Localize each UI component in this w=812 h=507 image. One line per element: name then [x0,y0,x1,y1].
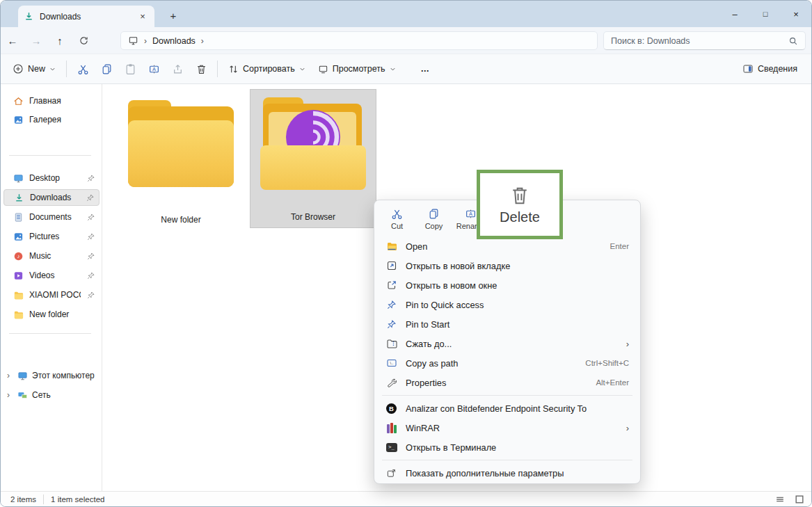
refresh-icon[interactable] [72,35,95,46]
sidebar-item-downloads[interactable]: Downloads [3,189,99,206]
sidebar-item-desktop[interactable]: Desktop [3,170,99,186]
menu-item-show-more-options[interactable]: Показать дополнительные параметры [378,463,637,483]
breadcrumb[interactable]: › Downloads › [120,31,598,50]
copy-path-icon: \.. [385,357,397,369]
pin-icon [86,213,95,222]
menu-item-pin-to-quick-access[interactable]: Pin to Quick access [378,295,637,314]
new-tab-button[interactable]: + [165,8,182,24]
menu-item-label: Properties [406,378,587,388]
sidebar-item-xiaomi-poco[interactable]: XIAOMI POCO F [3,287,99,303]
menu-item-bitdefender-scan[interactable]: B Analizar con Bitdefender Endpoint Secu… [378,399,637,418]
file-explorer-window: Downloads × + – □ × ← → ↑ › Downloads › [0,0,812,507]
menu-item-properties[interactable]: Properties Alt+Enter [378,373,637,392]
music-icon: ♪ [13,251,24,261]
rename-icon[interactable]: A [142,58,166,80]
forward-button[interactable]: → [24,35,48,47]
sidebar-item-label: Downloads [30,193,80,202]
command-toolbar: New A Сортировать [1,54,811,84]
trash-icon [509,184,530,207]
tab-title: Downloads [40,12,131,22]
search-box[interactable] [603,31,806,50]
new-button-label: New [28,64,45,74]
chevron-right-icon[interactable]: › [3,371,13,380]
menu-item-open-in-terminal[interactable]: >_ Открыть в Терминале [378,437,637,457]
share-icon[interactable] [166,58,189,80]
sidebar-item-home[interactable]: Главная [3,92,99,109]
paste-icon[interactable] [118,58,142,80]
delete-annotation-label: Delete [500,209,540,225]
menu-item-shortcut: Enter [610,242,630,250]
sidebar-item-label: Desktop [29,173,81,183]
sidebar-item-documents[interactable]: Documents [3,209,99,225]
details-view-toggle-icon[interactable] [775,494,785,504]
sidebar-item-label: Главная [29,96,95,106]
menu-item-open-in-new-window[interactable]: Открыть в новом окне [378,275,637,295]
menu-item-label: Analizar con Bitdefender Endpoint Securi… [406,403,621,414]
breadcrumb-separator: › [201,36,204,46]
menu-item-shortcut: Alt+Enter [596,378,629,387]
delete-annotation-box[interactable]: Delete [477,170,563,239]
copy-icon[interactable] [95,58,118,80]
pin-icon [385,319,397,330]
address-bar: ← → ↑ › Downloads › [1,27,811,54]
close-button[interactable]: × [781,1,811,27]
terminal-icon: >_ [385,442,397,453]
details-pane-button[interactable]: Сведения [737,58,803,80]
videos-icon [13,271,24,281]
sidebar-item-new-folder[interactable]: New folder [3,306,99,323]
menu-item-open[interactable]: Open Enter [378,236,637,256]
file-tile-tor-browser[interactable]: Tor Browser [250,89,376,228]
home-icon [13,96,24,106]
search-input[interactable] [611,36,788,46]
more-options-button[interactable]: … [415,58,436,80]
chevron-down-icon [49,66,56,72]
sidebar-item-label: XIAOMI POCO F [29,290,81,300]
view-button[interactable]: Просмотреть [312,58,402,80]
sidebar-item-music[interactable]: ♪ Music [3,248,99,264]
wrench-icon [385,377,397,389]
sidebar-item-label: Pictures [29,232,81,241]
sidebar-divider [9,155,91,156]
sort-button[interactable]: Сортировать [222,58,312,80]
context-menu: Cut Copy A Rename Open Enter [374,200,641,484]
menu-divider [382,460,632,460]
tab-downloads[interactable]: Downloads × [18,6,154,27]
delete-icon[interactable] [189,58,213,80]
menu-item-label: Открыть в новом окне [406,280,621,291]
sidebar-item-this-pc[interactable]: › Этот компьютер [1,367,102,384]
chevron-right-icon[interactable]: › [3,390,13,400]
context-menu-quick-actions: Cut Copy A Rename [380,203,488,235]
sidebar-item-videos[interactable]: Videos [3,267,99,284]
pin-icon [86,271,95,280]
menu-item-winrar[interactable]: WinRAR › [378,418,637,437]
cut-icon[interactable] [71,58,95,80]
submenu-arrow-icon: › [626,423,629,433]
minimize-button[interactable]: – [719,1,750,27]
menu-item-pin-to-start[interactable]: Pin to Start [378,314,637,334]
file-tile-new-folder[interactable]: New folder [118,91,244,230]
view-button-label: Просмотреть [333,64,385,74]
up-button[interactable]: ↑ [48,35,72,47]
menu-item-label: Показать дополнительные параметры [406,468,621,478]
this-pc-icon [128,35,138,46]
back-button[interactable]: ← [1,35,24,47]
cut-button[interactable]: Cut [380,203,414,235]
maximize-button[interactable]: □ [750,1,781,27]
menu-item-compress-to[interactable]: Сжать до... › [378,334,637,353]
sort-button-label: Сортировать [243,64,295,74]
tab-close-icon[interactable]: × [136,11,149,22]
cut-icon [391,208,403,220]
thumbnail-view-toggle-icon[interactable] [795,494,804,504]
sidebar-item-pictures[interactable]: Pictures [3,228,99,245]
bitdefender-icon: B [385,403,397,415]
sidebar-item-gallery[interactable]: Галерея [3,111,99,128]
svg-text:♪: ♪ [17,253,20,259]
menu-item-open-in-new-tab[interactable]: Открыть в новой вкладке [378,256,637,275]
sidebar-item-label: Этот компьютер [32,371,95,380]
sidebar-item-network[interactable]: › Сеть [1,387,102,403]
new-button[interactable]: New [6,58,62,80]
copy-button[interactable]: Copy [417,203,451,235]
menu-item-copy-as-path[interactable]: \.. Copy as path Ctrl+Shift+C [378,353,637,373]
breadcrumb-segment-downloads[interactable]: Downloads [152,36,196,46]
plus-circle-icon [13,63,24,74]
